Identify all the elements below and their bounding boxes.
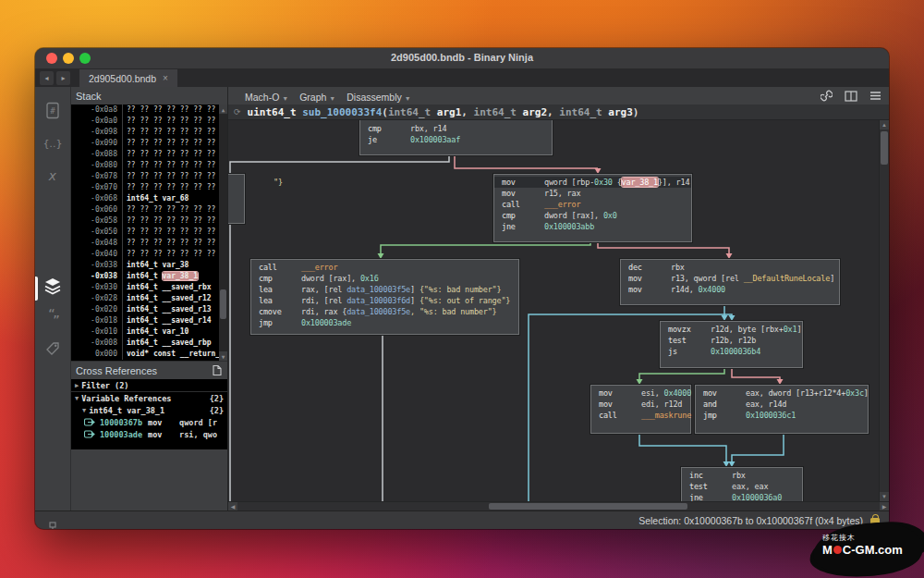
basic-block-b-and[interactable]: moveax, dword [r13+r12*4+0x3c]andeax, r1…: [695, 385, 869, 434]
stack-row[interactable]: -0x098?? ?? ?? ?? ?? ?? ?? ??: [71, 127, 227, 138]
instruction-row[interactable]: je0x100003aaf: [360, 134, 552, 145]
stack-row[interactable]: 0x000void* const __return_add: [71, 349, 227, 360]
variables-x-icon[interactable]: x: [43, 166, 62, 186]
stack-row[interactable]: -0x048?? ?? ?? ?? ?? ?? ?? ??: [71, 238, 227, 249]
instruction-row[interactable]: movzxr12d, byte [rbx+0x1]: [661, 324, 802, 335]
basic-block-b-movzx[interactable]: movzxr12d, byte [rbx+0x1]testr12b, r12bj…: [660, 321, 803, 368]
function-signature-bar[interactable]: ⟳ uint64_t sub_1000033f4(int64_t arg1, i…: [228, 105, 889, 120]
watermark-cjk-text: 移花接木: [822, 533, 903, 543]
instruction-row[interactable]: "}: [228, 177, 244, 188]
stack-row[interactable]: -0x070?? ?? ?? ?? ?? ?? ?? ??: [71, 182, 227, 193]
graph-horizontal-scrollbar[interactable]: ◀ ▶: [228, 501, 889, 510]
back-button[interactable]: ◂: [40, 71, 54, 85]
instruction-row[interactable]: testeax, eax: [682, 481, 802, 492]
xrefs-group-row[interactable]: ▼Variable References {2}: [71, 392, 227, 404]
stack-row[interactable]: -0x080?? ?? ?? ?? ?? ?? ?? ??: [71, 160, 227, 171]
instruction-row[interactable]: movr14d, 0x4000: [621, 284, 839, 295]
stack-row[interactable]: -0x0a0?? ?? ?? ?? ?? ?? ?? ??: [71, 116, 227, 127]
types-braces-icon[interactable]: {‥}: [43, 133, 62, 154]
scroll-up-icon[interactable]: ▲: [219, 105, 227, 114]
strings-quotes-icon[interactable]: “”: [43, 307, 62, 327]
scroll-down-icon[interactable]: ▼: [219, 351, 227, 361]
stack-row[interactable]: -0x060?? ?? ?? ?? ?? ?? ?? ??: [71, 204, 227, 215]
xref-item[interactable]: 10000367bmovqword [r: [71, 416, 227, 428]
instruction-row[interactable]: cmpdword [rax], 0x16: [251, 273, 518, 284]
instruction-row[interactable]: cmpdword [rax], 0x0: [494, 210, 691, 221]
instruction-row[interactable]: movr13, qword [rel __DefaultRuneLocale]: [621, 273, 839, 284]
svg-text:#: #: [50, 106, 55, 116]
scroll-left-icon[interactable]: ◀: [228, 502, 237, 510]
forward-button[interactable]: ▸: [56, 71, 70, 85]
tab-close-icon[interactable]: ×: [163, 73, 168, 83]
basic-block-b-error[interactable]: call___errorcmpdword [rax], 0x16learax, …: [250, 259, 519, 335]
xref-item[interactable]: 100003ademovrsi, qwo: [71, 428, 227, 440]
stack-row[interactable]: -0x068int64_t var_68: [71, 193, 227, 204]
instruction-row[interactable]: call___error: [251, 262, 518, 273]
stack-row[interactable]: -0x040?? ?? ?? ?? ?? ?? ?? ??: [71, 249, 227, 260]
instruction-row[interactable]: andeax, r14d: [696, 399, 868, 410]
stack-row[interactable]: -0x038int64_t var_38_1: [71, 271, 227, 282]
instruction-row[interactable]: call___maskrune: [591, 410, 690, 421]
basic-block-b-dec[interactable]: decrbxmovr13, qword [rel __DefaultRuneLo…: [620, 259, 840, 305]
link-icon[interactable]: [821, 90, 833, 102]
basic-block-b-maskrune[interactable]: movesi, 0x4000movedi, r12dcall___maskrun…: [590, 385, 691, 434]
titlebar[interactable]: 2d905d00.bndb - Binary Ninja: [35, 48, 889, 69]
stack-row[interactable]: -0x090?? ?? ?? ?? ?? ?? ?? ??: [71, 138, 227, 149]
stack-row[interactable]: -0x010int64_t var_10: [71, 326, 227, 338]
instruction-row[interactable]: testr12b, r12b: [661, 335, 802, 346]
stack-row[interactable]: -0x050?? ?? ?? ?? ?? ?? ?? ??: [71, 227, 227, 238]
scroll-down-icon[interactable]: ▼: [880, 492, 889, 501]
tab-2d905d00[interactable]: 2d905d00.bndb ×: [79, 69, 177, 87]
scroll-right-icon[interactable]: ▶: [880, 502, 889, 510]
basic-block-b-partial[interactable]: "}: [228, 174, 245, 224]
toolbar-menu-graph[interactable]: Graph ▼: [294, 92, 341, 103]
symbols-hash-icon[interactable]: #: [43, 101, 62, 121]
instruction-row[interactable]: movqword [rbp-0x30 {var_38_1}], r14: [494, 177, 691, 188]
stack-row[interactable]: -0x0a8?? ?? ?? ?? ?? ?? ?? ??: [71, 105, 227, 116]
watermark-site-text: MC-GM.com: [822, 543, 903, 557]
instruction-row[interactable]: jmp0x100003ade: [251, 317, 518, 328]
xrefs-subgroup-row[interactable]: ▼int64_t var_38_1 {2}: [71, 404, 227, 416]
xrefs-filter-row[interactable]: ▶Filter (2): [71, 379, 227, 392]
instruction-row[interactable]: jmp0x1000036c1: [696, 410, 868, 421]
new-pane-icon[interactable]: [212, 364, 223, 376]
tags-icon[interactable]: [43, 338, 62, 359]
mini-graph-icon[interactable]: [43, 520, 62, 529]
scroll-up-icon[interactable]: ▲: [880, 120, 889, 129]
hamburger-menu-icon[interactable]: [869, 91, 881, 101]
stack-row[interactable]: -0x088?? ?? ?? ?? ?? ?? ?? ??: [71, 149, 227, 160]
instruction-row[interactable]: cmoverdi, rax {data_100003f5e, "%s: bad …: [251, 306, 518, 317]
stack-row[interactable]: -0x038int64_t var_38: [71, 260, 227, 271]
stack-row[interactable]: -0x018int64_t __saved_r14: [71, 315, 227, 326]
instruction-row[interactable]: learax, [rel data_100003f5e] {"%s: bad n…: [251, 284, 518, 295]
graph-vertical-scrollbar[interactable]: ▲ ▼: [879, 120, 889, 501]
instruction-row[interactable]: decrbx: [621, 262, 839, 273]
basic-block-b-entry[interactable]: cmprbx, r14je0x100003aaf: [359, 120, 553, 155]
instruction-row[interactable]: jne0x100003abb: [494, 221, 691, 232]
instruction-row[interactable]: js0x1000036b4: [661, 346, 802, 357]
stack-row[interactable]: -0x020int64_t __saved_r13: [71, 304, 227, 315]
instruction-row[interactable]: cmprbx, r14: [360, 123, 552, 134]
stack-row[interactable]: -0x028int64_t __saved_r12: [71, 293, 227, 304]
instruction-row[interactable]: call___error: [494, 199, 691, 210]
instruction-row[interactable]: moveax, dword [r13+r12*4+0x3c]: [696, 387, 868, 399]
basic-block-b-store[interactable]: movqword [rbp-0x30 {var_38_1}], r14movr1…: [493, 174, 692, 242]
instruction-row[interactable]: movesi, 0x4000: [591, 387, 690, 399]
instruction-row[interactable]: incrbx: [682, 470, 802, 481]
instruction-row[interactable]: movedi, r12d: [591, 399, 690, 410]
toolbar-menu-disassembly[interactable]: Disassembly ▼: [341, 92, 416, 103]
graph-canvas[interactable]: cmprbx, r14je0x100003aaf"}movqword [rbp-…: [228, 120, 879, 501]
stack-scrollbar[interactable]: ▲ ▼: [219, 105, 227, 361]
toolbar-menu-mach-o[interactable]: Mach-O ▼: [239, 92, 294, 103]
basic-block-b-loop[interactable]: incrbxtesteax, eaxjne0x1000036a0: [681, 467, 803, 501]
signature-token: int64_t: [474, 106, 523, 118]
stack-layers-icon[interactable]: [43, 277, 62, 297]
split-pane-icon[interactable]: [845, 91, 857, 102]
instruction-row[interactable]: jne0x1000036a0: [682, 492, 802, 501]
instruction-row[interactable]: leardi, [rel data_100003f6d] {"%s: out o…: [251, 295, 518, 306]
instruction-row[interactable]: movr15, rax: [494, 188, 691, 199]
stack-row[interactable]: -0x030int64_t __saved_rbx: [71, 282, 227, 293]
stack-row[interactable]: -0x008int64_t __saved_rbp: [71, 338, 227, 349]
stack-row[interactable]: -0x058?? ?? ?? ?? ?? ?? ?? ??: [71, 215, 227, 227]
stack-row[interactable]: -0x078?? ?? ?? ?? ?? ?? ?? ??: [71, 171, 227, 182]
